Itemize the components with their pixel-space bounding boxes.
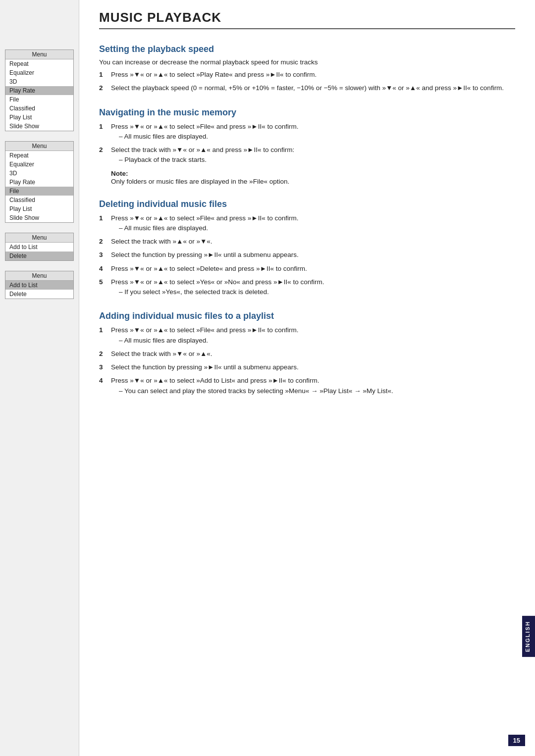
step-num: 4 [99,376,107,396]
menu-item[interactable]: Classified [5,196,73,204]
section-adding-playlist: Adding individual music files to a playl… [99,311,515,396]
step-text: Select the function by pressing »►II« un… [111,250,515,260]
step-item: 3 Select the function by pressing »►II« … [99,250,515,260]
step-text: Press »▼« or »▲« to select »File« and pr… [111,122,515,142]
step-text: Press »▼« or »▲« to select »File« and pr… [111,325,515,346]
step-item: 4 Press »▼« or »▲« to select »Delete« an… [99,264,515,274]
section-title-4: Adding individual music files to a playl… [99,311,515,321]
step-text: Select the track with »▲« or »▼«. [111,237,515,247]
steps-list-2: 1 Press »▼« or »▲« to select »File« and … [99,122,515,165]
step-sub2: – You can select and play the stored tra… [111,386,515,396]
menu-item[interactable]: Slide Show [5,213,73,222]
step-num: 1 [99,122,107,142]
step-num: 2 [99,349,107,359]
step-num: 5 [99,277,107,298]
menu-header: Menu [5,233,73,243]
menu-header: Menu [5,50,73,59]
main-content: MUSIC PLAYBACK Setting the playback spee… [79,0,535,756]
step-num: 1 [99,70,107,80]
step-num: 4 [99,264,107,274]
step-item: 2 Select the track with »▲« or »▼«. [99,237,515,247]
step-num: 2 [99,145,107,165]
menu-item[interactable]: Repeat [5,151,73,160]
sidebar: MenuRepeatEqualizer3DPlay RateFileClassi… [0,0,79,756]
step-item: 1 Press »▼« or »▲« to select »Play Rate«… [99,70,515,80]
menu-header: Menu [5,271,73,281]
menu-item[interactable]: 3D [5,77,73,86]
step-item: 1 Press »▼« or »▲« to select »File« and … [99,325,515,346]
menu-box-menu4: MenuAdd to ListDelete [5,271,74,299]
step-num: 2 [99,237,107,247]
menu-item[interactable]: Play List [5,113,73,122]
step-item: 4 Press »▼« or »▲« to select »Add to Lis… [99,376,515,396]
menu-item[interactable]: Repeat [5,59,73,68]
step-text: Press »▼« or »▲« to select »File« and pr… [111,213,515,234]
menu-item[interactable]: File [5,95,73,104]
step-item: 3 Select the function by pressing »►II« … [99,362,515,372]
step-item: 1 Press »▼« or »▲« to select »File« and … [99,122,515,142]
step-text: Select the function by pressing »►II« un… [111,362,515,372]
page-number: 15 [508,735,525,746]
menu-item[interactable]: Play Rate [5,86,73,95]
menu-item[interactable]: 3D [5,169,73,178]
step-text: Select the playback speed (0 = normal, +… [111,83,515,93]
menu-item[interactable]: File [5,187,73,196]
menu-item[interactable]: Equalizer [5,68,73,77]
page-title: MUSIC PLAYBACK [99,10,515,29]
step-num: 3 [99,250,107,260]
section-title-1: Setting the playback speed [99,44,515,54]
step-text: Press »▼« or »▲« to select »Delete« and … [111,264,515,274]
section-intro-1: You can increase or decrease the normal … [99,58,515,66]
menu-box-menu1: MenuRepeatEqualizer3DPlay RateFileClassi… [5,50,74,131]
step-item: 1 Press »▼« or »▲« to select »File« and … [99,213,515,234]
note-label: Note: [111,170,128,177]
menu-item[interactable]: Classified [5,104,73,113]
menu-item[interactable]: Add to List [5,281,73,290]
step-text: Select the track with »▼« or »▲«. [111,349,515,359]
section-deleting-files: Deleting individual music files 1 Press … [99,199,515,298]
note-box: Note: Only folders or music files are di… [111,169,515,185]
menu-item[interactable]: Equalizer [5,160,73,169]
section-music-memory: Navigating in the music memory 1 Press »… [99,107,515,185]
menu-item[interactable]: Play List [5,204,73,213]
note-text: Only folders or music files are displaye… [111,178,289,185]
step-text: Select the track with »▼« or »▲« and pre… [111,145,515,165]
section-title-2: Navigating in the music memory [99,107,515,118]
step-text: Press »▼« or »▲« to select »Add to List«… [111,376,515,396]
steps-list-1: 1 Press »▼« or »▲« to select »Play Rate«… [99,70,515,94]
menu-item[interactable]: Delete [5,252,73,260]
step-text: Press »▼« or »▲« to select »Yes« or »No«… [111,277,515,298]
menu-item[interactable]: Slide Show [5,122,73,131]
section-playback-speed: Setting the playback speed You can incre… [99,44,515,94]
language-tab: ENGLISH [522,616,535,657]
menu-box-menu2: MenuRepeatEqualizer3DPlay RateFileClassi… [5,141,74,223]
menu-item[interactable]: Play Rate [5,178,73,187]
step-num: 1 [99,325,107,346]
step-item: 2 Select the track with »▼« or »▲« and p… [99,145,515,165]
step-item: 2 Select the playback speed (0 = normal,… [99,83,515,93]
step-num: 3 [99,362,107,372]
menu-box-menu3: MenuAdd to ListDelete [5,233,74,261]
steps-list-4: 1 Press »▼« or »▲« to select »File« and … [99,325,515,396]
step-item: 2 Select the track with »▼« or »▲«. [99,349,515,359]
step-item: 5 Press »▼« or »▲« to select »Yes« or »N… [99,277,515,298]
menu-item[interactable]: Delete [5,290,73,299]
step-num: 2 [99,83,107,93]
section-title-3: Deleting individual music files [99,199,515,209]
step-num: 1 [99,213,107,234]
menu-item[interactable]: Add to List [5,243,73,252]
steps-list-3: 1 Press »▼« or »▲« to select »File« and … [99,213,515,298]
menu-header: Menu [5,142,73,151]
step-text: Press »▼« or »▲« to select »Play Rate« a… [111,70,515,80]
